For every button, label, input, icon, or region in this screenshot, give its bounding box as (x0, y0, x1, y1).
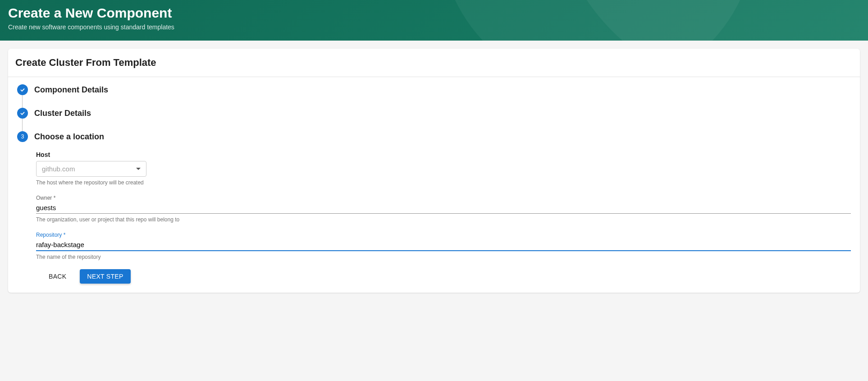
stepper: Component Details Cluster Details 3 Choo… (8, 77, 860, 293)
step-content: Host github.com The host where the repos… (17, 142, 851, 284)
repository-help: The name of the repository (36, 254, 851, 260)
page-header: Create a New Component Create new softwa… (0, 0, 868, 41)
check-icon (17, 84, 28, 95)
step-component-details[interactable]: Component Details (17, 84, 851, 95)
card-title: Create Cluster From Template (15, 57, 853, 69)
step-title: Cluster Details (34, 109, 91, 118)
step-connector (22, 95, 23, 108)
back-button[interactable]: Back (41, 269, 73, 284)
card-header: Create Cluster From Template (8, 49, 860, 77)
repository-field: Repository The name of the repository (36, 232, 851, 260)
host-help: The host where the repository will be cr… (36, 179, 851, 186)
repository-input[interactable] (36, 238, 851, 251)
repository-label: Repository (36, 232, 851, 238)
step-choose-location: 3 Choose a location (17, 131, 851, 142)
host-label: Host (36, 151, 851, 158)
step-cluster-details[interactable]: Cluster Details (17, 108, 851, 119)
owner-label: Owner (36, 195, 851, 201)
wizard-actions: Back Next Step (36, 269, 851, 284)
wizard-card: Create Cluster From Template Component D… (8, 49, 860, 293)
host-field: Host github.com The host where the repos… (36, 151, 851, 186)
owner-help: The organization, user or project that t… (36, 216, 851, 223)
check-icon (17, 108, 28, 119)
next-step-button[interactable]: Next Step (80, 269, 130, 284)
host-placeholder: github.com (42, 165, 75, 173)
host-select[interactable]: github.com (36, 161, 146, 177)
owner-field: Owner The organization, user or project … (36, 195, 851, 223)
step-title: Choose a location (34, 132, 104, 142)
step-connector (22, 119, 23, 131)
step-number-icon: 3 (17, 131, 28, 142)
owner-input[interactable] (36, 201, 851, 214)
page-title: Create a New Component (8, 5, 860, 21)
chevron-down-icon (136, 168, 141, 170)
page-subtitle: Create new software components using sta… (8, 23, 860, 31)
step-title: Component Details (34, 85, 108, 95)
